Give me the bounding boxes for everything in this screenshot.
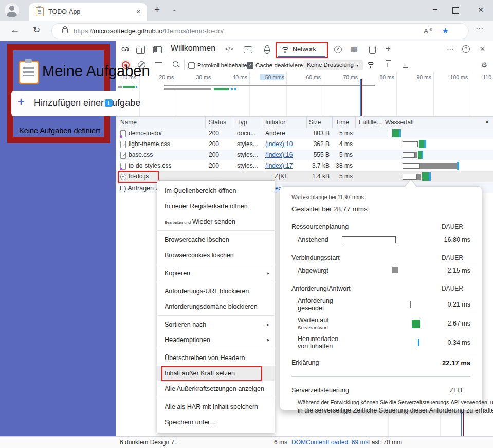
column-header-waterfall[interactable]: Wasserfall [385,119,414,126]
menu-separator [157,264,275,264]
tab-welcome[interactable]: Willkommen [171,44,215,53]
ruler-tick: 80 ms [370,74,394,80]
devtools-more-menu-icon[interactable]: ⋯ [447,45,454,53]
title-bar: TODO-App ✕ + ⌄ – ✕ [0,0,493,21]
table-row[interactable]: to-do-styles.css 200 styles... (index):1… [116,160,493,171]
devtools-status-bar: 6 dunklem Design 7.. 6 ms DOMContentLoad… [0,436,493,448]
more-tools-add-icon[interactable]: + [386,44,391,54]
favorite-star-icon[interactable]: ★ [442,26,449,35]
add-task-label: Hinzufügen einer Aufgabe [34,98,140,109]
ruler-tick: 70 ms [333,74,358,80]
column-header-time[interactable]: Time [336,119,349,126]
refresh-button[interactable]: ↻ [33,25,40,35]
column-header-size[interactable]: Size [309,119,321,126]
elements-tab-icon[interactable]: </> [225,46,233,52]
network-conditions-icon[interactable] [366,62,374,68]
console-tab-icon[interactable]: ›_ [244,46,252,53]
add-task-bar[interactable]: + Hinzufügen einer Aufgabe I [11,91,122,116]
chevron-down-icon: ▼ [356,64,359,67]
clipboard-icon [19,61,39,84]
menu-item-open-in-sources[interactable]: Im Quellenbereich öffnen [157,183,275,199]
address-bar[interactable]: https://microsoftedge.github.io/Demos/de… [51,23,469,39]
url-text[interactable]: https://microsoftedge.github.io/Demos/de… [74,27,224,35]
domcontentloaded-marker-line [360,79,361,116]
dock-side-icon[interactable] [153,46,162,53]
ruler-tick: 40 ms [223,74,247,80]
request-sent-marker [410,301,411,308]
search-icon[interactable] [173,61,178,67]
overview-bar [164,88,211,90]
column-header-initiator[interactable]: Initiator [265,119,285,126]
debug-bug-icon[interactable] [264,47,270,54]
menu-item-override-headers[interactable]: Überschreiben von Headern [157,350,275,366]
read-aloud-icon[interactable]: A))) [424,27,432,35]
throttling-dropdown[interactable]: Keine Drosselung▼ [303,60,363,70]
menu-item-header-options[interactable]: Headeroptionen▸ [157,332,275,348]
disable-cache-checkbox[interactable]: ✓ [247,62,253,69]
back-button[interactable]: ← [10,25,20,35]
overview-bar [164,85,375,86]
menu-item-save-as[interactable]: Speichern unter… [157,415,275,430]
menu-item-block-request-domain[interactable]: Anforderungsdomäne blockieren [157,299,275,314]
menu-item-edit-and-resend[interactable]: Bearbeiten undWieder senden [157,214,275,229]
menu-item-clear-browser-cache[interactable]: Browsercache löschen [157,232,275,247]
window-maximize-button[interactable] [452,7,459,14]
column-header-fulfilled[interactable]: Fulfille... [359,119,382,126]
overview-bar [214,88,229,90]
table-row[interactable]: base.css 200 styles... (index):16 555 B … [116,150,493,160]
column-header-status[interactable]: Status [209,119,226,126]
status-load-time: Last: 70 mm [368,439,402,446]
time-column-header: ZEIT [450,387,470,394]
menu-item-save-all-as-har[interactable]: Alle als HAR mit Inhalt speichern [157,399,275,415]
column-header-name[interactable]: Name [120,119,137,126]
performance-gauge-icon[interactable] [334,46,342,53]
overview-bar [118,86,122,88]
menu-item-clear-browser-cookies[interactable]: Browsercookies löschen [157,247,275,263]
preserve-log-checkbox[interactable] [188,62,195,69]
menu-item-sort-by[interactable]: Sortieren nach▸ [157,317,275,332]
initiator-link[interactable]: (index):17 [265,162,293,169]
menu-item-block-request-url[interactable]: Anforderungs-URL blockieren [157,283,275,299]
memory-chip-icon[interactable]: ▦ [351,45,357,53]
menu-item-show-all-overrides[interactable]: Alle Außerkraftsetzungen anzeigen [157,381,275,397]
tab-close-icon[interactable]: ✕ [136,8,141,15]
browser-tab[interactable]: TODO-App ✕ [29,3,147,21]
initiator-link[interactable]: (index):10 [265,140,293,148]
toolbar-divider [184,60,185,70]
menu-item-copy[interactable]: Kopieren▸ [157,265,275,281]
page-title: Meine Aufgaben [42,63,150,80]
profile-avatar[interactable] [5,3,19,17]
menu-item-override-content[interactable]: Inhalt außer Kraft setzen [157,366,275,381]
devtools-close-icon[interactable]: ✕ [480,45,485,53]
help-icon[interactable]: ? [462,45,470,53]
disable-cache-label[interactable]: Cache deaktivieren [255,62,306,68]
column-header-typ[interactable]: Typ [237,119,247,126]
table-row[interactable]: light-theme.css 200 styles... (index):10… [116,139,493,150]
network-settings-gear-icon[interactable]: ⚙ [481,61,487,69]
tab-list-menu-icon[interactable]: ⌄ [172,5,177,13]
initiator-link[interactable]: (index):16 [265,151,293,158]
duration-column-header: DAUER [442,223,470,230]
network-toolbar: Protokoll beibehalten ✓ Cache deaktivier… [116,58,493,73]
annotation-box-override-content [161,366,262,381]
waiting-sublabel: Serverantwort [298,325,342,330]
menu-item-open-in-new-tab[interactable]: In neuer Registerkarte öffnen [157,199,275,214]
export-har-icon[interactable]: ↓ [403,60,407,68]
inspect-label[interactable]: ca [121,45,129,53]
table-row[interactable]: demo-to-do/ 200 docu... Andere 803 B 5 m… [116,128,493,139]
device-emulation-icon[interactable] [139,46,145,54]
ruler-tick: 90 ms [407,74,431,80]
total-duration-value: 22.17 ms [424,359,470,367]
preserve-log-label[interactable]: Protokoll beibehalten [197,62,250,68]
import-har-icon[interactable]: ↑ [386,61,389,68]
application-storage-icon[interactable] [369,46,376,54]
browser-settings-menu-icon[interactable]: ⋯ [476,24,484,33]
new-tab-button[interactable]: + [154,4,160,15]
filter-icon[interactable] [155,62,162,68]
network-overview-timeline[interactable]: 10 ms 20 ms 30 ms 40 ms 50 mms 60 ms 70 … [116,72,493,117]
sort-arrow-icon[interactable]: ▲ [485,119,489,124]
ruler-tick-highlighted: 50 mms [260,74,284,80]
window-close-button[interactable]: ✕ [478,6,484,14]
avatar-head [9,6,14,11]
window-minimize-button[interactable]: – [433,5,437,14]
